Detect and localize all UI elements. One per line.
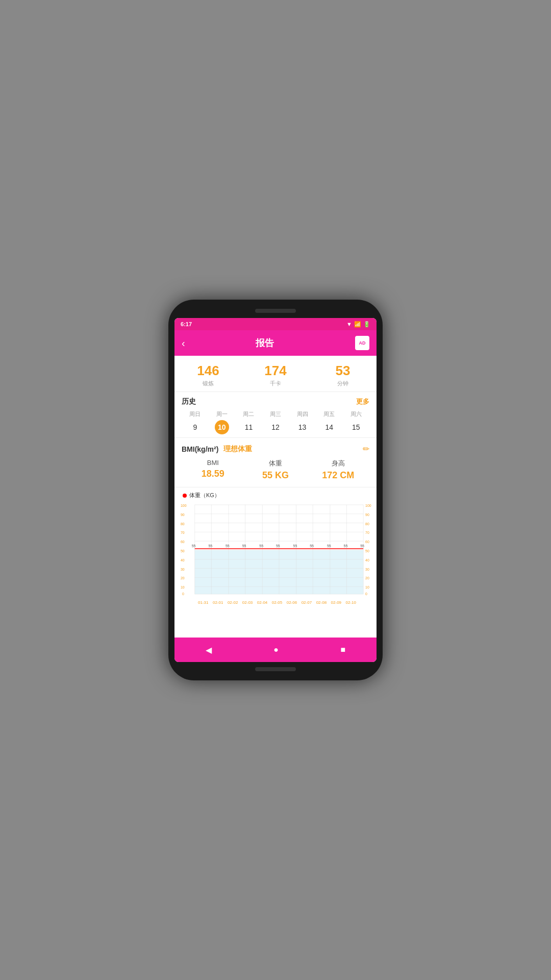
- exercise-value: 146: [174, 363, 242, 379]
- cal-day-num[interactable]: 15: [349, 420, 363, 434]
- edit-icon[interactable]: ✏: [363, 444, 369, 454]
- svg-text:60: 60: [181, 540, 185, 544]
- battery-icon: 🔋: [363, 321, 370, 328]
- back-button[interactable]: ‹: [182, 337, 185, 349]
- history-more-button[interactable]: 更多: [356, 397, 369, 406]
- bottom-nav: ◀ ● ■: [174, 638, 377, 662]
- chart-x-label: 02-06: [287, 600, 297, 605]
- nav-home-button[interactable]: ●: [263, 643, 289, 656]
- status-bar: 6:17 ▼ 📶 🔋: [174, 318, 377, 330]
- stat-exercise: 146 锻炼: [174, 363, 242, 387]
- chart-section: 体重（KG） 100 90 80 70 60 50 40 30 20 10 0: [174, 487, 377, 638]
- svg-text:55: 55: [327, 544, 331, 548]
- chart-container: 100 90 80 70 60 50 40 30 20 10 0 100 90 …: [180, 501, 371, 605]
- calendar-day-col[interactable]: 周一 10: [209, 410, 236, 434]
- cal-day-num[interactable]: 11: [241, 420, 256, 434]
- chart-x-label: 01-31: [198, 600, 208, 605]
- calendar-day-col[interactable]: 周日 9: [182, 410, 209, 434]
- cal-day-label: 周一: [209, 410, 236, 418]
- calories-value: 174: [242, 363, 309, 379]
- svg-text:20: 20: [181, 576, 185, 580]
- cal-day-num[interactable]: 10: [215, 420, 229, 434]
- svg-text:10: 10: [181, 585, 185, 589]
- svg-text:80: 80: [181, 522, 185, 526]
- chart-x-labels: 01-3102-0102-0202-0302-0402-0502-0602-07…: [180, 600, 371, 605]
- history-header: 历史 更多: [182, 397, 369, 406]
- phone-speaker-bottom: [255, 667, 296, 671]
- chart-svg: 100 90 80 70 60 50 40 30 20 10 0 100 90 …: [180, 501, 371, 598]
- bmi-values-row: BMI 18.59 体重 55 KG 身高 172 CM: [182, 459, 369, 481]
- cal-day-num[interactable]: 9: [188, 420, 202, 434]
- chart-x-label: 02-01: [213, 600, 223, 605]
- svg-text:10: 10: [365, 585, 369, 589]
- weight-number: 55 KG: [244, 470, 307, 481]
- minutes-value: 53: [309, 363, 377, 379]
- bmi-title-group: BMI(kg/m²) 理想体重: [182, 445, 252, 454]
- stat-minutes: 53 分钟: [309, 363, 377, 387]
- cal-day-num[interactable]: 13: [295, 420, 310, 434]
- stats-row: 146 锻炼 174 千卡 53 分钟: [174, 356, 377, 392]
- svg-text:30: 30: [365, 568, 369, 571]
- chart-x-label: 02-08: [316, 600, 327, 605]
- calendar-day-col[interactable]: 周四 13: [289, 410, 316, 434]
- history-title: 历史: [182, 397, 196, 406]
- calendar-day-col[interactable]: 周五 14: [316, 410, 343, 434]
- calendar-row: 周日 9 周一 10 周二 11 周三 12 周四 13 周五 14 周六 15: [182, 410, 369, 434]
- exercise-label: 锻炼: [174, 380, 242, 387]
- signal-icon: ▼: [346, 321, 352, 327]
- chart-x-label: 02-09: [331, 600, 341, 605]
- bmi-header: BMI(kg/m²) 理想体重 ✏: [182, 444, 369, 454]
- chart-x-label: 02-07: [302, 600, 312, 605]
- svg-text:20: 20: [365, 576, 369, 580]
- svg-text:70: 70: [181, 531, 185, 534]
- ad-icon[interactable]: AD: [355, 336, 369, 350]
- svg-text:70: 70: [365, 531, 369, 534]
- app-header: ‹ 报告 AD: [174, 330, 377, 356]
- page-title: 报告: [190, 337, 340, 349]
- chart-x-label: 02-05: [272, 600, 282, 605]
- nav-recent-button[interactable]: ■: [331, 643, 356, 656]
- height-label: 身高: [307, 459, 369, 468]
- chart-x-label: 02-02: [228, 600, 238, 605]
- phone-screen: 6:17 ▼ 📶 🔋 ‹ 报告 AD 146 锻炼 174 千卡 53: [174, 318, 377, 662]
- svg-text:60: 60: [365, 540, 369, 544]
- cal-day-num[interactable]: 12: [268, 420, 283, 434]
- calendar-day-col[interactable]: 周六 15: [342, 410, 369, 434]
- bmi-number: 18.59: [182, 469, 244, 479]
- svg-text:55: 55: [242, 544, 246, 548]
- cal-day-label: 周二: [235, 410, 262, 418]
- cal-day-num[interactable]: 14: [322, 420, 336, 434]
- svg-text:55: 55: [344, 544, 348, 548]
- chart-legend: 体重（KG）: [178, 492, 373, 499]
- nav-back-button[interactable]: ◀: [195, 643, 222, 657]
- svg-text:40: 40: [365, 558, 369, 562]
- cal-day-label: 周六: [342, 410, 369, 418]
- cal-day-label: 周三: [262, 410, 289, 418]
- legend-dot: [183, 494, 187, 498]
- svg-text:0: 0: [182, 592, 184, 596]
- svg-text:55: 55: [208, 544, 212, 548]
- svg-text:55: 55: [226, 544, 230, 548]
- cal-day-label: 周四: [289, 410, 316, 418]
- bmi-value-label: BMI: [182, 459, 244, 467]
- svg-text:55: 55: [293, 544, 297, 548]
- cal-day-label: 周五: [316, 410, 343, 418]
- svg-text:100: 100: [181, 504, 187, 507]
- svg-text:55: 55: [276, 544, 280, 548]
- phone-speaker-top: [255, 309, 296, 313]
- bmi-value-item: BMI 18.59: [182, 459, 244, 481]
- svg-text:55: 55: [310, 544, 314, 548]
- svg-text:90: 90: [181, 513, 185, 517]
- status-icons: ▼ 📶 🔋: [346, 321, 370, 328]
- calendar-day-col[interactable]: 周三 12: [262, 410, 289, 434]
- calendar-day-col[interactable]: 周二 11: [235, 410, 262, 434]
- svg-text:80: 80: [365, 522, 369, 526]
- svg-text:50: 50: [365, 549, 369, 553]
- status-time: 6:17: [181, 321, 192, 327]
- height-value-item: 身高 172 CM: [307, 459, 369, 481]
- phone-frame: 6:17 ▼ 📶 🔋 ‹ 报告 AD 146 锻炼 174 千卡 53: [168, 300, 383, 680]
- svg-text:100: 100: [365, 504, 371, 507]
- weight-value-item: 体重 55 KG: [244, 459, 307, 481]
- svg-text:55: 55: [360, 544, 364, 548]
- bmi-title: BMI(kg/m²): [182, 445, 218, 453]
